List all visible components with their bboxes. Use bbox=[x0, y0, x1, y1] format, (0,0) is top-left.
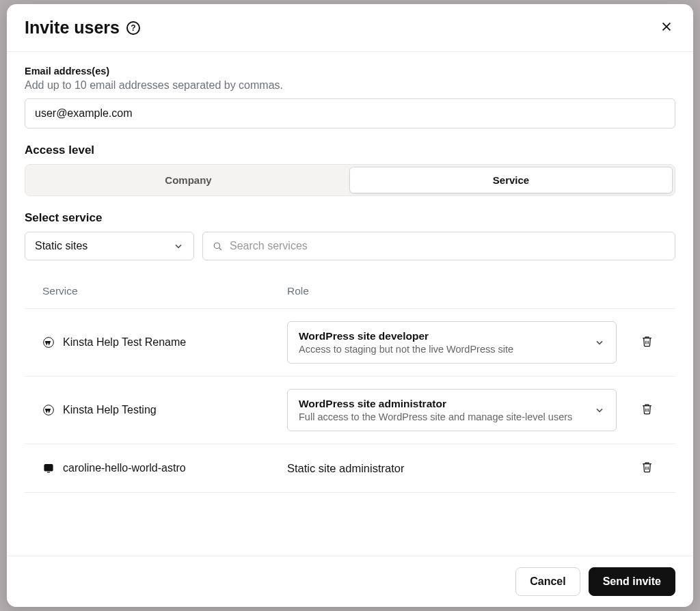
service-name: Kinsta Help Test Rename bbox=[63, 336, 186, 349]
wordpress-icon bbox=[42, 336, 55, 349]
email-section: Email address(es) Add up to 10 email add… bbox=[25, 66, 675, 128]
role-cell: Static site administrator bbox=[287, 462, 617, 475]
email-input[interactable] bbox=[25, 98, 675, 128]
table-row: Kinsta Help Testing WordPress site admin… bbox=[25, 377, 675, 444]
service-name: caroline-hello-world-astro bbox=[63, 462, 186, 474]
modal-title: Invite users bbox=[25, 18, 120, 38]
service-search-input[interactable] bbox=[230, 240, 665, 252]
svg-rect-4 bbox=[44, 465, 53, 471]
table-row: Kinsta Help Test Rename WordPress site d… bbox=[25, 309, 675, 377]
access-level-group: Company Service bbox=[25, 164, 675, 196]
role-cell: WordPress site developer Access to stagi… bbox=[287, 321, 617, 364]
role-title: WordPress site administrator bbox=[299, 398, 572, 410]
modal-header: Invite users ? bbox=[7, 4, 693, 52]
service-search-wrap[interactable] bbox=[202, 232, 675, 260]
actions-cell bbox=[617, 398, 658, 422]
role-dropdown[interactable]: WordPress site developer Access to stagi… bbox=[287, 321, 617, 364]
service-name: Kinsta Help Testing bbox=[63, 404, 157, 416]
chevron-down-icon bbox=[173, 241, 184, 252]
email-help: Add up to 10 email addresses separated b… bbox=[25, 79, 675, 92]
role-cell: WordPress site administrator Full access… bbox=[287, 389, 617, 431]
cancel-button[interactable]: Cancel bbox=[515, 567, 580, 596]
service-cell: caroline-hello-world-astro bbox=[42, 462, 287, 474]
access-level-section: Access level Company Service bbox=[25, 144, 675, 196]
help-icon[interactable]: ? bbox=[126, 21, 140, 35]
delete-row-button[interactable] bbox=[636, 331, 658, 354]
access-level-company[interactable]: Company bbox=[27, 167, 349, 193]
trash-icon bbox=[641, 461, 654, 474]
close-icon bbox=[660, 21, 673, 33]
col-service-header: Service bbox=[42, 285, 287, 297]
modal-footer: Cancel Send invite bbox=[7, 556, 693, 607]
select-service-label: Select service bbox=[25, 211, 675, 225]
role-dropdown[interactable]: WordPress site administrator Full access… bbox=[287, 389, 617, 431]
select-service-section: Select service Static sites bbox=[25, 211, 675, 260]
role-desc: Access to staging but not the live WordP… bbox=[299, 344, 513, 355]
email-label: Email address(es) bbox=[25, 66, 675, 77]
trash-icon bbox=[641, 403, 654, 416]
service-filter-row: Static sites bbox=[25, 232, 675, 260]
static-site-icon bbox=[42, 462, 55, 474]
role-desc: Full access to the WordPress site and ma… bbox=[299, 411, 572, 422]
table-head: Service Role bbox=[25, 280, 675, 309]
role-title: Static site administrator bbox=[287, 462, 404, 474]
close-button[interactable] bbox=[658, 18, 675, 38]
chevron-down-icon bbox=[594, 337, 605, 348]
wordpress-icon bbox=[42, 404, 55, 416]
col-actions-header bbox=[617, 285, 658, 297]
access-level-label: Access level bbox=[25, 144, 675, 157]
svg-line-1 bbox=[219, 247, 221, 249]
delete-row-button[interactable] bbox=[636, 457, 658, 480]
access-level-service[interactable]: Service bbox=[349, 167, 673, 193]
trash-icon bbox=[641, 335, 654, 348]
invite-users-modal: Invite users ? Email address(es) Add up … bbox=[7, 4, 693, 607]
service-type-value: Static sites bbox=[35, 240, 88, 252]
actions-cell bbox=[617, 331, 658, 354]
delete-row-button[interactable] bbox=[636, 398, 658, 422]
service-type-dropdown[interactable]: Static sites bbox=[25, 232, 194, 260]
role-title: WordPress site developer bbox=[299, 330, 513, 342]
modal-body: Email address(es) Add up to 10 email add… bbox=[7, 52, 693, 556]
col-role-header: Role bbox=[287, 285, 617, 297]
service-role-table: Service Role Kinsta Help Test Rename Wor… bbox=[25, 280, 675, 493]
service-cell: Kinsta Help Testing bbox=[42, 404, 287, 416]
search-icon bbox=[213, 241, 223, 252]
svg-point-0 bbox=[214, 243, 219, 248]
service-cell: Kinsta Help Test Rename bbox=[42, 336, 287, 349]
table-row: caroline-hello-world-astro Static site a… bbox=[25, 444, 675, 493]
chevron-down-icon bbox=[594, 405, 605, 416]
send-invite-button[interactable]: Send invite bbox=[589, 567, 675, 596]
actions-cell bbox=[617, 457, 658, 480]
